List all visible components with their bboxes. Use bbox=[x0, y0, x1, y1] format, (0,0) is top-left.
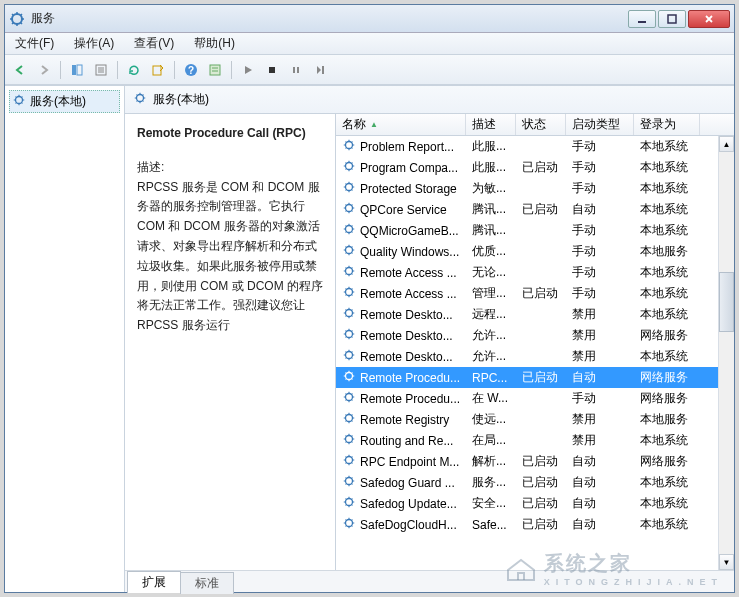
service-row[interactable]: Program Compa...此服...已启动手动本地系统 bbox=[336, 157, 718, 178]
tab-standard[interactable]: 标准 bbox=[180, 572, 234, 594]
export-button[interactable] bbox=[147, 59, 169, 81]
svg-point-28 bbox=[346, 289, 353, 296]
svg-point-39 bbox=[346, 520, 353, 527]
service-logon: 本地系统 bbox=[634, 285, 700, 302]
scroll-up-button[interactable]: ▲ bbox=[719, 136, 734, 152]
service-desc: 腾讯... bbox=[466, 201, 516, 218]
back-button[interactable] bbox=[9, 59, 31, 81]
restart-service-button[interactable] bbox=[309, 59, 331, 81]
show-hide-tree-button[interactable] bbox=[66, 59, 88, 81]
service-name: RPC Endpoint M... bbox=[360, 455, 459, 469]
forward-button[interactable] bbox=[33, 59, 55, 81]
stop-service-button[interactable] bbox=[261, 59, 283, 81]
service-row[interactable]: RPC Endpoint M...解析...已启动自动网络服务 bbox=[336, 451, 718, 472]
service-startup: 自动 bbox=[566, 516, 634, 533]
minimize-button[interactable] bbox=[628, 10, 656, 28]
service-row[interactable]: Remote Deskto...允许...禁用本地系统 bbox=[336, 346, 718, 367]
gear-icon bbox=[342, 327, 356, 344]
service-row[interactable]: Problem Report...此服...手动本地系统 bbox=[336, 136, 718, 157]
service-status: 已启动 bbox=[516, 159, 566, 176]
gear-icon bbox=[342, 432, 356, 449]
service-startup: 手动 bbox=[566, 138, 634, 155]
service-row[interactable]: Remote Procedu...RPC...已启动自动网络服务 bbox=[336, 367, 718, 388]
scroll-thumb[interactable] bbox=[719, 272, 734, 332]
pane-body: Remote Procedure Call (RPC) 描述: RPCSS 服务… bbox=[125, 114, 734, 570]
item-properties-button[interactable] bbox=[204, 59, 226, 81]
maximize-button[interactable] bbox=[658, 10, 686, 28]
service-name: Remote Procedu... bbox=[360, 371, 460, 385]
service-row[interactable]: Remote Deskto...允许...禁用网络服务 bbox=[336, 325, 718, 346]
service-startup: 手动 bbox=[566, 285, 634, 302]
service-desc: 在 W... bbox=[466, 390, 516, 407]
separator bbox=[60, 61, 61, 79]
vertical-scrollbar[interactable]: ▲ ▼ bbox=[718, 136, 734, 570]
service-startup: 禁用 bbox=[566, 348, 634, 365]
service-startup: 手动 bbox=[566, 264, 634, 281]
column-startup-type[interactable]: 启动类型 bbox=[566, 114, 634, 135]
service-row[interactable]: Safedog Guard ...服务...已启动自动本地系统 bbox=[336, 472, 718, 493]
gear-icon bbox=[342, 222, 356, 239]
service-name: Remote Procedu... bbox=[360, 392, 460, 406]
menu-help[interactable]: 帮助(H) bbox=[184, 33, 245, 54]
svg-point-32 bbox=[346, 373, 353, 380]
tree-root-services-local[interactable]: 服务(本地) bbox=[9, 90, 120, 113]
service-startup: 禁用 bbox=[566, 432, 634, 449]
properties-button[interactable] bbox=[90, 59, 112, 81]
close-button[interactable] bbox=[688, 10, 730, 28]
service-logon: 本地系统 bbox=[634, 264, 700, 281]
service-row[interactable]: SafeDogCloudH...Safe...已启动自动本地系统 bbox=[336, 514, 718, 535]
content-area: 服务(本地) 服务(本地) Remote Procedure Call (RPC… bbox=[5, 85, 734, 592]
svg-rect-16 bbox=[293, 67, 295, 73]
start-service-button[interactable] bbox=[237, 59, 259, 81]
service-startup: 自动 bbox=[566, 474, 634, 491]
service-desc: 为敏... bbox=[466, 180, 516, 197]
scroll-down-button[interactable]: ▼ bbox=[719, 554, 734, 570]
pause-service-button[interactable] bbox=[285, 59, 307, 81]
service-row[interactable]: Remote Registry使远...禁用本地服务 bbox=[336, 409, 718, 430]
refresh-button[interactable] bbox=[123, 59, 145, 81]
service-status: 已启动 bbox=[516, 495, 566, 512]
service-logon: 本地系统 bbox=[634, 180, 700, 197]
service-status: 已启动 bbox=[516, 453, 566, 470]
column-logon-as[interactable]: 登录为 bbox=[634, 114, 700, 135]
service-startup: 禁用 bbox=[566, 306, 634, 323]
service-status: 已启动 bbox=[516, 516, 566, 533]
service-row[interactable]: Remote Access ...无论...手动本地系统 bbox=[336, 262, 718, 283]
service-logon: 本地服务 bbox=[634, 243, 700, 260]
menu-file[interactable]: 文件(F) bbox=[5, 33, 64, 54]
menu-action[interactable]: 操作(A) bbox=[64, 33, 124, 54]
svg-point-22 bbox=[346, 163, 353, 170]
gear-icon bbox=[12, 93, 26, 110]
service-logon: 本地系统 bbox=[634, 138, 700, 155]
column-name[interactable]: 名称▲ bbox=[336, 114, 466, 135]
service-row[interactable]: QQMicroGameB...腾讯...手动本地系统 bbox=[336, 220, 718, 241]
service-logon: 本地系统 bbox=[634, 432, 700, 449]
svg-point-33 bbox=[346, 394, 353, 401]
titlebar[interactable]: 服务 bbox=[5, 5, 734, 33]
services-icon bbox=[9, 11, 25, 27]
column-description[interactable]: 描述 bbox=[466, 114, 516, 135]
service-desc: 安全... bbox=[466, 495, 516, 512]
list-header: 名称▲ 描述 状态 启动类型 登录为 bbox=[336, 114, 734, 136]
column-status[interactable]: 状态 bbox=[516, 114, 566, 135]
service-row[interactable]: Remote Access ...管理...已启动手动本地系统 bbox=[336, 283, 718, 304]
service-row[interactable]: QPCore Service腾讯...已启动自动本地系统 bbox=[336, 199, 718, 220]
service-row[interactable]: Remote Deskto...远程...禁用本地系统 bbox=[336, 304, 718, 325]
service-row[interactable]: Protected Storage为敏...手动本地系统 bbox=[336, 178, 718, 199]
gear-icon bbox=[342, 495, 356, 512]
service-startup: 自动 bbox=[566, 369, 634, 386]
svg-point-27 bbox=[346, 268, 353, 275]
pane-header-label: 服务(本地) bbox=[153, 91, 209, 108]
tab-extended[interactable]: 扩展 bbox=[127, 571, 181, 593]
help-button[interactable]: ? bbox=[180, 59, 202, 81]
menu-view[interactable]: 查看(V) bbox=[124, 33, 184, 54]
service-row[interactable]: Quality Windows...优质...手动本地服务 bbox=[336, 241, 718, 262]
service-row[interactable]: Remote Procedu...在 W...手动网络服务 bbox=[336, 388, 718, 409]
service-startup: 手动 bbox=[566, 159, 634, 176]
list-body[interactable]: Problem Report...此服...手动本地系统Program Comp… bbox=[336, 136, 718, 570]
service-logon: 本地系统 bbox=[634, 201, 700, 218]
service-row[interactable]: Routing and Re...在局...禁用本地系统 bbox=[336, 430, 718, 451]
service-logon: 网络服务 bbox=[634, 369, 700, 386]
service-row[interactable]: Safedog Update...安全...已启动自动本地系统 bbox=[336, 493, 718, 514]
window-controls bbox=[628, 10, 730, 28]
